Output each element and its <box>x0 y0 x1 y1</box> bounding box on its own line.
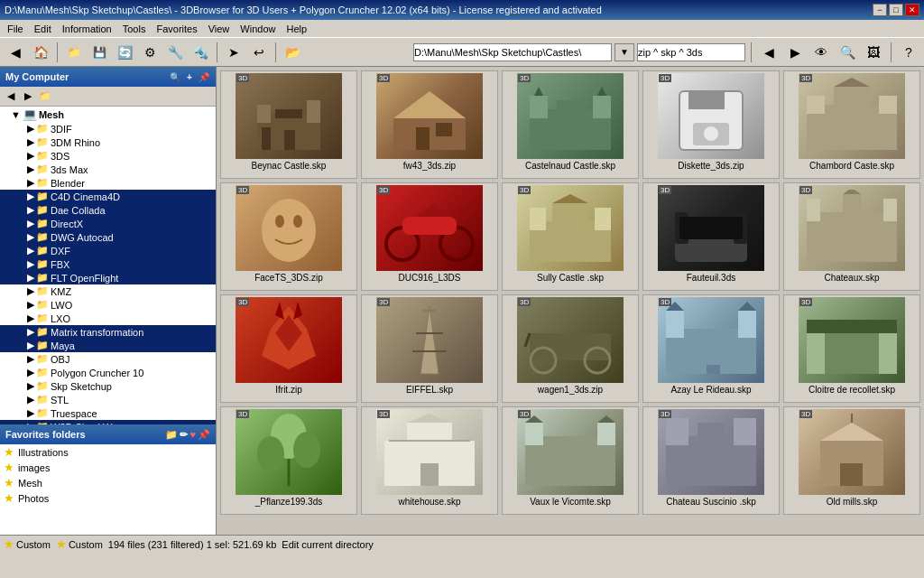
thumbnail-item[interactable]: 3D wagen1_3ds.zip <box>502 294 639 403</box>
thumbnail-item[interactable]: 3D Cloitre de recollet.skp <box>783 294 920 403</box>
tree-item[interactable]: ▶ 📁 Dae Collada <box>0 203 216 217</box>
tree-item[interactable]: ▶ 📁 3DM Rhino <box>0 135 216 149</box>
fav-add-icon[interactable]: 📁 <box>165 429 178 441</box>
thumb-label: Chateaux.skp <box>824 273 879 283</box>
path-nav-back[interactable]: ◀ <box>757 41 781 64</box>
toolbar-gear2-button[interactable]: 🔧 <box>163 41 187 64</box>
menu-item-tools[interactable]: Tools <box>117 22 152 36</box>
menu-item-help[interactable]: Help <box>281 22 312 36</box>
thumbnail-item[interactable]: 3D Azay Le Rideau.skp <box>642 294 780 403</box>
path-render-button[interactable]: 🖼 <box>862 41 885 64</box>
thumbnail-item[interactable]: 3D _Pflanze199.3ds <box>220 406 357 515</box>
thumb-label: Chambord Caste.skp <box>809 161 894 171</box>
thumbnail-item[interactable]: 3D FaceTS_3DS.zip <box>220 182 357 291</box>
thumb-label: Chateau Suscinio .skp <box>666 497 756 507</box>
custom2-button[interactable]: ★ Custom <box>56 537 103 551</box>
fav-pin-icon[interactable]: 📌 <box>198 429 210 441</box>
favorites-item[interactable]: ★ Mesh <box>0 475 216 490</box>
thumbnail-item[interactable]: 3D Beynac Castle.skp <box>220 70 357 179</box>
menu-item-edit[interactable]: Edit <box>29 22 57 36</box>
menu-item-window[interactable]: Window <box>235 22 281 36</box>
thumbnail-item[interactable]: 3D Diskette_3ds.zip <box>642 70 780 179</box>
window-controls: − □ ✕ <box>873 4 919 16</box>
tree-item[interactable]: ▶ 📁 FLT OpenFlight <box>0 271 216 284</box>
title-bar: D:\Manu\Mesh\Skp Sketchup\Castles\ - 3DB… <box>0 0 924 20</box>
tree-item[interactable]: ▶ 📁 DirectX <box>0 217 216 230</box>
tree-item[interactable]: ▶ 📁 OBJ <box>0 352 216 366</box>
custom1-button[interactable]: ★ Custom <box>4 537 51 551</box>
thumbnail-item[interactable]: 3D Chateaux.skp <box>783 182 920 291</box>
thumbnail-item[interactable]: 3D Vaux le Vicomte.skp <box>502 406 639 515</box>
thumbnail-item[interactable]: 3D EIFFEL.skp <box>361 294 498 403</box>
path-nav-forward[interactable]: ▶ <box>783 41 807 64</box>
tree-item[interactable]: ▶ 📁 C4D Cinema4D <box>0 190 216 203</box>
favorites-item[interactable]: ★ Illustrations <box>0 444 216 460</box>
tree-item[interactable]: ▶ 📁 DXF <box>0 244 216 257</box>
thumbnail-item[interactable]: 3D Ifrit.zip <box>220 294 357 403</box>
thumbnail-item[interactable]: 3D Old mills.skp <box>783 406 920 515</box>
menu-item-view[interactable]: View <box>203 22 236 36</box>
path-dropdown-button[interactable]: ▼ <box>614 43 634 61</box>
thumbnail-item[interactable]: 3D Chambord Caste.skp <box>783 70 920 179</box>
fav-edit-icon[interactable]: ✏ <box>180 429 188 441</box>
toolbar-back-button[interactable]: ◀ <box>4 41 27 64</box>
path-view-button[interactable]: 👁 <box>809 41 833 64</box>
minimize-button[interactable]: − <box>873 4 887 16</box>
menu-item-information[interactable]: Information <box>57 22 117 36</box>
path-zoom-button[interactable]: 🔍 <box>836 41 859 64</box>
filter-input[interactable] <box>637 43 745 61</box>
toolbar-settings-button[interactable]: ⚙ <box>138 41 162 64</box>
thumbnail-item[interactable]: 3D fw43_3ds.zip <box>361 70 498 179</box>
tree-back-button[interactable]: ◀ <box>3 89 19 105</box>
tree-item[interactable]: ▶ 📁 Skp Sketchup <box>0 379 216 393</box>
path-help-button[interactable]: ? <box>897 41 920 64</box>
tree-item[interactable]: ▶ 📁 LXO <box>0 312 216 325</box>
thumb-badge: 3D <box>518 410 531 418</box>
tree-item[interactable]: ▶ 📁 Polygon Cruncher 10 <box>0 366 216 379</box>
toolbar-folder-button[interactable]: 📂 <box>281 41 304 64</box>
tree-item[interactable]: ▶ 📁 3DIF <box>0 122 216 135</box>
toolbar-arrow2-button[interactable]: ↩ <box>247 41 271 64</box>
tree-item[interactable]: ▶ 📁 3DS <box>0 149 216 163</box>
thumbnail-item[interactable]: 3D whitehouse.skp <box>361 406 498 515</box>
close-button[interactable]: ✕ <box>905 4 919 16</box>
toolbar-arrow-button[interactable]: ➤ <box>222 41 245 64</box>
menu-item-file[interactable]: File <box>2 22 29 36</box>
thumbnail-item[interactable]: 3D Chateau Suscinio .skp <box>642 406 780 515</box>
mycomputer-pin-icon[interactable]: 📌 <box>198 70 210 83</box>
thumbnail-item[interactable]: 3D DUC916_L3DS <box>361 182 498 291</box>
mycomputer-search-icon[interactable]: 🔍 <box>169 70 181 83</box>
favorites-header: Favorites folders 📁 ✏ ♥ 📌 <box>0 424 216 444</box>
tree-item[interactable]: ▶ 📁 STL <box>0 393 216 406</box>
toolbar-open-button[interactable]: 📁 <box>62 41 86 64</box>
thumbnail-item[interactable]: 3D Castelnaud Castle.skp <box>502 70 639 179</box>
favorites-item[interactable]: ★ Photos <box>0 490 216 506</box>
tree-fwd-button[interactable]: ▶ <box>20 89 36 105</box>
tree-item[interactable]: ▶ 📁 FBX <box>0 257 216 271</box>
toolbar-home-button[interactable]: 🏠 <box>29 41 52 64</box>
tree-item[interactable]: ▶ 📁 LWO <box>0 298 216 312</box>
maximize-button[interactable]: □ <box>889 4 903 16</box>
fav-heart-icon[interactable]: ♥ <box>189 429 196 441</box>
fav-star-icon: ★ <box>4 461 14 474</box>
path-input[interactable] <box>413 43 612 61</box>
menu-item-favorites[interactable]: Favorites <box>151 22 202 36</box>
toolbar-gear3-button[interactable]: 🔩 <box>189 41 212 64</box>
mycomputer-add-icon[interactable]: + <box>183 70 196 83</box>
tree-root[interactable]: ▼ 💻 Mesh <box>0 107 216 122</box>
tree-item[interactable]: ▶ 📁 KMZ <box>0 284 216 298</box>
file-tree[interactable]: ▼ 💻 Mesh ▶ 📁 3DIF ▶ 📁 3DM Rhino ▶ 📁 3DS … <box>0 107 216 424</box>
toolbar-refresh-button[interactable]: 🔄 <box>113 41 136 64</box>
toolbar-save-button[interactable]: 💾 <box>88 41 111 64</box>
tree-item[interactable]: ▶ 📁 3ds Max <box>0 163 216 176</box>
tree-item[interactable]: ▶ 📁 Maya <box>0 339 216 352</box>
tree-folder-button[interactable]: 📁 <box>37 89 53 105</box>
tree-item[interactable]: ▶ 📁 DWG Autocad <box>0 230 216 244</box>
tree-item[interactable]: ▶ 📁 Truespace <box>0 406 216 420</box>
thumbnail-item[interactable]: 3D Fauteuil.3ds <box>642 182 780 291</box>
thumbnail-item[interactable]: 3D Sully Castle .skp <box>502 182 639 291</box>
favorites-item[interactable]: ★ images <box>0 460 216 475</box>
tree-item[interactable]: ▶ 📁 Blender <box>0 176 216 190</box>
svg-marker-74 <box>407 414 452 423</box>
tree-item[interactable]: ▶ 📁 Matrix transformation <box>0 325 216 339</box>
